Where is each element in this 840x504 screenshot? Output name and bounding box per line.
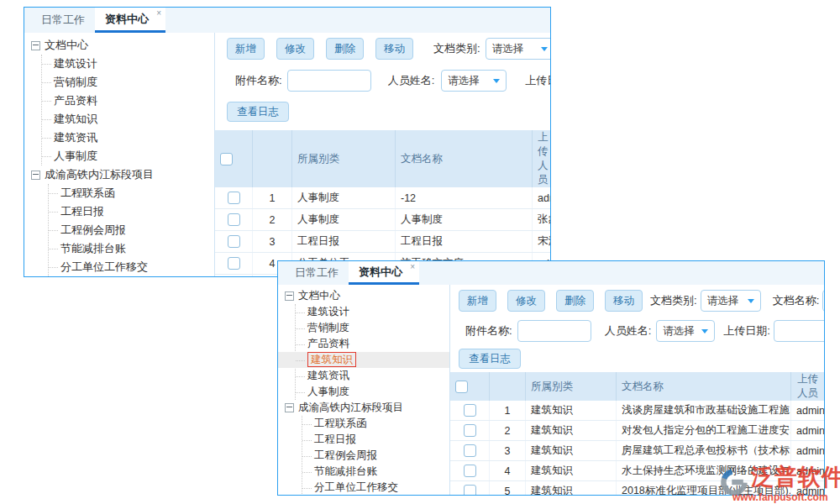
attachment-name-input[interactable]: [287, 70, 371, 92]
window-body: 文档中心 建筑设计 营销制度 产品资料 建筑知识 建筑资讯 人事制度 成渝高铁内…: [24, 33, 550, 276]
tab-label: 资料中心: [105, 12, 149, 27]
tree-root-label: 成渝高铁内江标段项目: [298, 401, 403, 415]
delete-button[interactable]: 删除: [556, 290, 594, 312]
row-uploader: admin: [791, 421, 825, 441]
tree-item[interactable]: 建筑资讯: [42, 129, 214, 147]
watermark-brand: 泛普软件: [751, 462, 840, 492]
toolbar-row-3: 查看日志: [459, 349, 824, 369]
header-index-cell: [253, 130, 292, 187]
tree-item[interactable]: 营销制度: [296, 320, 449, 336]
tree-item[interactable]: 建筑设计: [296, 304, 449, 320]
move-button[interactable]: 移动: [605, 290, 643, 312]
tree-item[interactable]: 分工单位工作移交: [302, 480, 449, 495]
tree-item[interactable]: 工程日报: [49, 202, 214, 221]
upload-date-label: 上传日期:: [723, 323, 770, 339]
tree-item[interactable]: 分工单位工作移交: [49, 258, 214, 276]
tree-group: 建筑设计 营销制度 产品资料 建筑知识 建筑资讯 人事制度: [295, 304, 449, 400]
view-log-button[interactable]: 查看日志: [227, 102, 289, 122]
person-name-select[interactable]: 请选择: [656, 320, 715, 342]
minus-square-icon[interactable]: [31, 171, 40, 180]
tree-item[interactable]: 营销制度: [42, 73, 214, 92]
minus-square-icon[interactable]: [285, 291, 294, 301]
doc-category-select[interactable]: 请选择: [701, 290, 761, 312]
move-button[interactable]: 移动: [375, 38, 413, 60]
col-uploader: 上传人员: [791, 372, 825, 401]
tree-root-document-center[interactable]: 文档中心: [31, 36, 214, 55]
tree-item[interactable]: 产品资料: [296, 336, 449, 352]
tree-item[interactable]: 工程例会周报: [49, 221, 214, 239]
tree-item[interactable]: 人事制度: [42, 147, 214, 165]
view-log-button[interactable]: 查看日志: [459, 349, 521, 369]
row-checkbox[interactable]: [228, 257, 240, 270]
table-row[interactable]: 3 工程日报 工程日报 宋浩然: [215, 231, 550, 253]
document-center-window-back: 日常工作 资料中心 × 文档中心 建筑设计 营销制度 产品资料 建筑知识 建筑资…: [24, 7, 551, 277]
row-uploader: admin: [791, 441, 825, 461]
minus-square-icon[interactable]: [31, 41, 40, 50]
tree-root-project[interactable]: 成渝高铁内江标段项目: [31, 165, 214, 184]
tree-item[interactable]: 人事制度: [296, 384, 449, 400]
row-checkbox[interactable]: [464, 485, 476, 495]
table-row[interactable]: 1 人事制度 -12 admin: [215, 187, 550, 209]
caret-down-icon: [541, 47, 548, 51]
row-checkbox[interactable]: [228, 213, 240, 226]
tree-item[interactable]: 工程日报: [302, 432, 449, 448]
table-row[interactable]: 1 建筑知识 浅谈房屋建筑和市政基础设施工程施... admin: [450, 401, 824, 421]
col-doc-name: 文档名称: [617, 372, 791, 401]
row-checkbox[interactable]: [464, 465, 476, 477]
tree-item[interactable]: 建筑设计: [42, 55, 214, 73]
add-button[interactable]: 新增: [459, 290, 496, 312]
row-doc-name: -12: [396, 187, 533, 209]
doc-name-input[interactable]: [822, 290, 824, 312]
row-category: 建筑知识: [526, 421, 617, 441]
row-checkbox[interactable]: [464, 424, 476, 437]
tab-bar: 日常工作 资料中心 ×: [278, 261, 824, 285]
upload-date-input[interactable]: [774, 320, 824, 342]
attachment-name-input[interactable]: [517, 320, 591, 342]
table-row[interactable]: 2 建筑知识 对发包人指定分包的工程施工进度安... admin: [450, 421, 824, 441]
doc-category-select[interactable]: 请选择: [486, 38, 550, 60]
select-all-checkbox[interactable]: [455, 381, 468, 393]
tab-data-center[interactable]: 资料中心 ×: [95, 8, 165, 33]
tree-item-selected[interactable]: 建筑知识: [296, 352, 449, 368]
tree-item[interactable]: 节能减排台账: [302, 464, 449, 480]
tab-bar: 日常工作 资料中心 ×: [24, 8, 550, 33]
table-row[interactable]: 2 人事制度 人事制度 张鑫: [215, 209, 550, 231]
row-checkbox[interactable]: [228, 192, 240, 204]
row-index: 2: [490, 421, 526, 441]
row-uploader: admin: [791, 401, 825, 421]
tree-root-label: 成渝高铁内江标段项目: [45, 167, 154, 182]
tree-item[interactable]: 工程联系函: [49, 184, 214, 202]
tree-item[interactable]: 工程例会周报: [302, 448, 449, 464]
tree-root-project[interactable]: 成渝高铁内江标段项目: [285, 400, 449, 416]
edit-button[interactable]: 修改: [507, 290, 545, 312]
row-doc-name: 对发包人指定分包的工程施工进度安...: [617, 421, 791, 441]
tab-data-center[interactable]: 资料中心 ×: [349, 261, 419, 285]
tree-item[interactable]: 工程联系函: [302, 416, 449, 432]
tab-daily-work[interactable]: 日常工作: [285, 261, 349, 285]
person-name-select[interactable]: 请选择: [441, 70, 507, 92]
row-index: 2: [253, 209, 292, 231]
add-button[interactable]: 新增: [227, 38, 265, 60]
table-header-row: 所属别类 文档名称 上传人员: [215, 130, 550, 187]
row-checkbox[interactable]: [464, 404, 476, 417]
select-all-checkbox[interactable]: [220, 153, 233, 165]
row-checkbox[interactable]: [228, 235, 240, 248]
close-icon[interactable]: ×: [410, 263, 415, 271]
tree-item[interactable]: 建筑知识: [42, 110, 214, 129]
table-row[interactable]: 3 建筑知识 房屋建筑工程总承包投标书（技术标... admin: [450, 441, 824, 461]
edit-button[interactable]: 修改: [276, 38, 314, 60]
header-checkbox-cell: [450, 372, 490, 401]
row-checkbox[interactable]: [464, 444, 476, 457]
document-tree: 文档中心 建筑设计 营销制度 产品资料 建筑知识 建筑资讯 人事制度 成渝高铁内…: [278, 285, 450, 495]
delete-button[interactable]: 删除: [326, 38, 364, 60]
close-icon[interactable]: ×: [156, 9, 161, 18]
tree-item[interactable]: 节能减排台账: [49, 239, 214, 258]
minus-square-icon[interactable]: [285, 403, 294, 412]
tree-item[interactable]: 产品资料: [42, 92, 214, 110]
tab-daily-work[interactable]: 日常工作: [31, 8, 95, 33]
tree-item[interactable]: 建筑资讯: [296, 368, 449, 384]
tree-root-document-center[interactable]: 文档中心: [285, 288, 449, 304]
row-uploader: 张鑫: [533, 209, 551, 231]
tree-group: 工程联系函 工程日报 工程例会周报 节能减排台账 分工单位工作移交: [48, 184, 214, 276]
tree-root-label: 文档中心: [45, 38, 88, 53]
